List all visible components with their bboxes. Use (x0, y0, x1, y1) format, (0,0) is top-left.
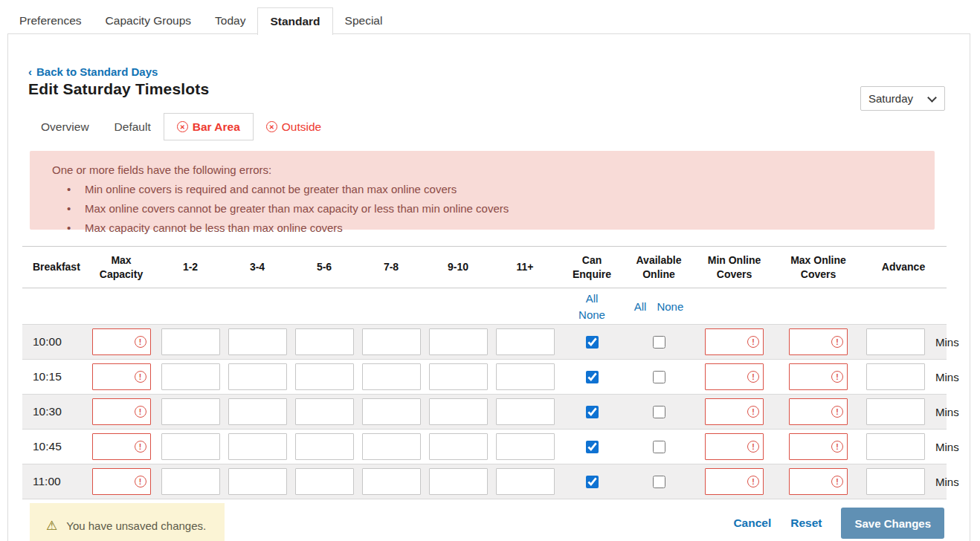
covers-3-4-input[interactable] (228, 433, 287, 460)
advance-unit-label: Mins (935, 371, 959, 383)
back-link[interactable]: ‹ Back to Standard Days (28, 65, 158, 78)
covers-11+-input-cell (491, 430, 558, 464)
bulk-select-row: AllNoneAllNone (22, 288, 947, 325)
covers-1-2-input[interactable] (161, 468, 220, 495)
section-tab-outside[interactable]: ✕Outside (254, 113, 334, 140)
input-error-icon: ! (135, 406, 146, 418)
can-enquire-all-link[interactable]: All (586, 291, 599, 307)
covers-9-10-input[interactable] (429, 328, 488, 355)
covers-11+-input[interactable] (496, 398, 555, 425)
available-online-checkbox[interactable] (653, 336, 665, 349)
covers-9-10-input[interactable] (429, 363, 488, 390)
bulk-cell (425, 288, 491, 324)
available-online-none-link[interactable]: None (657, 300, 683, 313)
input-error-icon: ! (747, 336, 759, 348)
tab-today[interactable]: Today (203, 7, 257, 33)
covers-7-8-input[interactable] (362, 363, 421, 390)
alert-intro: One or more fields have the following er… (52, 161, 912, 180)
covers-7-8-input[interactable] (362, 433, 421, 460)
covers-11+-input-cell (491, 360, 558, 394)
can-enquire-checkbox[interactable] (586, 476, 599, 488)
advance-input[interactable] (866, 433, 925, 460)
covers-5-6-input[interactable] (295, 433, 354, 460)
day-select[interactable]: Saturday (860, 86, 945, 111)
max-capacity-input-cell: ! (86, 360, 157, 394)
save-changes-button[interactable]: Save Changes (841, 508, 944, 539)
available-online-checkbox[interactable] (653, 441, 665, 453)
bullet-icon: • (67, 218, 71, 238)
can-enquire-checkbox[interactable] (586, 371, 599, 383)
available-online-checkbox-cell (625, 464, 692, 499)
available-online-checkbox-cell (625, 430, 692, 464)
covers-11+-input[interactable] (496, 468, 555, 495)
covers-1-2-input[interactable] (161, 363, 220, 390)
covers-1-2-input[interactable] (161, 433, 220, 460)
can-enquire-checkbox-cell (558, 464, 625, 499)
advance-input[interactable] (866, 468, 925, 495)
min-online-covers-input-cell: ! (692, 395, 776, 429)
covers-3-4-input[interactable] (228, 468, 287, 495)
covers-7-8-input[interactable] (362, 328, 421, 355)
covers-7-8-input-cell (358, 360, 425, 394)
covers-11+-input[interactable] (496, 433, 555, 460)
covers-3-4-input[interactable] (228, 363, 287, 390)
covers-7-8-input-cell (358, 464, 425, 499)
column-header-9-10: 9-10 (425, 247, 491, 288)
can-enquire-checkbox[interactable] (586, 336, 599, 349)
covers-1-2-input-cell (157, 325, 224, 359)
min-online-covers-input-cell: ! (692, 325, 776, 359)
available-online-checkbox[interactable] (653, 406, 665, 418)
covers-1-2-input[interactable] (161, 328, 220, 355)
can-enquire-checkbox-cell (558, 360, 625, 394)
column-header-11+: 11+ (491, 247, 558, 288)
max-capacity-input-cell: ! (86, 430, 157, 464)
reset-button[interactable]: Reset (790, 516, 822, 530)
column-header-available-online: Available Online (625, 247, 692, 288)
covers-9-10-input-cell (425, 430, 491, 464)
section-tab-label: Overview (41, 120, 89, 134)
time-label: 10:45 (22, 430, 86, 464)
covers-9-10-input[interactable] (429, 433, 488, 460)
tab-preferences[interactable]: Preferences (7, 7, 94, 33)
covers-1-2-input[interactable] (161, 398, 220, 425)
footer-actions: Cancel Reset Save Changes (733, 508, 944, 539)
covers-3-4-input[interactable] (228, 398, 287, 425)
time-label: 11:00 (22, 464, 86, 499)
available-online-checkbox[interactable] (653, 371, 665, 383)
covers-7-8-input[interactable] (362, 468, 421, 495)
covers-5-6-input[interactable] (295, 328, 354, 355)
tab-standard[interactable]: Standard (257, 7, 332, 35)
covers-11+-input[interactable] (496, 363, 555, 390)
covers-3-4-input[interactable] (228, 328, 287, 355)
advance-input[interactable] (866, 398, 925, 425)
covers-5-6-input[interactable] (295, 468, 354, 495)
section-tab-default[interactable]: Default (102, 113, 164, 140)
can-enquire-checkbox[interactable] (586, 441, 599, 453)
can-enquire-none-link[interactable]: None (578, 307, 605, 323)
tab-special[interactable]: Special (333, 7, 395, 33)
input-error-icon: ! (747, 406, 759, 418)
can-enquire-checkbox[interactable] (586, 406, 599, 418)
covers-9-10-input[interactable] (429, 468, 488, 495)
content-panel: ‹ Back to Standard Days Edit Saturday Ti… (7, 33, 970, 541)
advance-input[interactable] (866, 328, 925, 355)
advance-input-cell (860, 325, 947, 359)
column-header-5-6: 5-6 (291, 247, 358, 288)
advance-unit-label: Mins (935, 476, 959, 488)
covers-11+-input[interactable] (496, 328, 555, 355)
section-tab-overview[interactable]: Overview (28, 113, 102, 140)
covers-9-10-input[interactable] (429, 398, 488, 425)
covers-7-8-input[interactable] (362, 398, 421, 425)
available-online-all-link[interactable]: All (634, 300, 647, 313)
cancel-button[interactable]: Cancel (733, 516, 771, 530)
section-tab-bar-area[interactable]: ✕Bar Area (164, 113, 254, 140)
advance-input[interactable] (866, 363, 925, 390)
covers-5-6-input[interactable] (295, 398, 354, 425)
max-online-covers-input-cell: ! (776, 464, 860, 499)
alert-error-text: Min online covers is required and cannot… (85, 183, 457, 195)
min-online-covers-input-cell: ! (692, 430, 776, 464)
page-title: Edit Saturday Timeslots (28, 79, 209, 100)
tab-capacity-groups[interactable]: Capacity Groups (94, 7, 203, 33)
available-online-checkbox[interactable] (653, 476, 665, 488)
covers-5-6-input[interactable] (295, 363, 354, 390)
